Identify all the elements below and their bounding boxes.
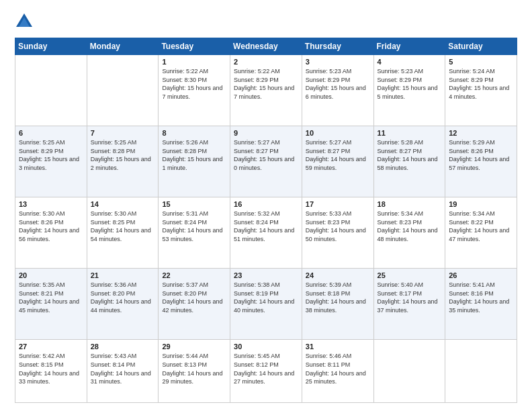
day-number: 27 (19, 342, 83, 351)
calendar-cell: 13Sunrise: 5:30 AM Sunset: 8:26 PM Dayli… (15, 197, 87, 269)
weekday-header-thursday: Thursday (302, 38, 373, 55)
calendar-cell: 16Sunrise: 5:32 AM Sunset: 8:24 PM Dayli… (230, 197, 302, 269)
calendar-cell: 4Sunrise: 5:23 AM Sunset: 8:29 PM Daylig… (373, 55, 445, 126)
calendar-cell: 10Sunrise: 5:27 AM Sunset: 8:27 PM Dayli… (302, 126, 373, 197)
calendar-cell: 31Sunrise: 5:46 AM Sunset: 8:11 PM Dayli… (302, 340, 373, 403)
day-number: 7 (91, 129, 155, 137)
calendar-cell: 12Sunrise: 5:29 AM Sunset: 8:26 PM Dayli… (445, 126, 517, 197)
day-info: Sunrise: 5:34 AM Sunset: 8:23 PM Dayligh… (378, 210, 442, 243)
calendar-cell: 3Sunrise: 5:23 AM Sunset: 8:29 PM Daylig… (302, 55, 373, 126)
calendar-cell: 18Sunrise: 5:34 AM Sunset: 8:23 PM Dayli… (373, 197, 445, 269)
calendar-cell: 8Sunrise: 5:26 AM Sunset: 8:28 PM Daylig… (159, 126, 230, 197)
calendar-cell: 19Sunrise: 5:34 AM Sunset: 8:22 PM Dayli… (445, 197, 517, 269)
day-number: 29 (162, 342, 226, 351)
day-info: Sunrise: 5:33 AM Sunset: 8:23 PM Dayligh… (306, 210, 370, 243)
calendar-cell (87, 55, 159, 126)
day-number: 23 (234, 271, 298, 279)
day-number: 14 (91, 200, 155, 208)
calendar-cell: 17Sunrise: 5:33 AM Sunset: 8:23 PM Dayli… (302, 197, 373, 269)
day-number: 5 (449, 58, 513, 66)
day-info: Sunrise: 5:27 AM Sunset: 8:27 PM Dayligh… (234, 138, 298, 172)
calendar-cell: 7Sunrise: 5:25 AM Sunset: 8:28 PM Daylig… (87, 126, 159, 197)
weekday-header-tuesday: Tuesday (159, 38, 230, 55)
day-info: Sunrise: 5:25 AM Sunset: 8:28 PM Dayligh… (91, 138, 155, 172)
day-number: 20 (19, 271, 83, 279)
logo-icon (15, 12, 34, 31)
header (15, 12, 517, 31)
day-number: 16 (234, 200, 298, 208)
day-info: Sunrise: 5:37 AM Sunset: 8:20 PM Dayligh… (162, 281, 226, 314)
page: SundayMondayTuesdayWednesdayThursdayFrid… (0, 0, 532, 411)
calendar-cell: 29Sunrise: 5:44 AM Sunset: 8:13 PM Dayli… (159, 340, 230, 403)
day-number: 2 (234, 58, 298, 66)
day-number: 9 (234, 129, 298, 137)
day-info: Sunrise: 5:45 AM Sunset: 8:12 PM Dayligh… (234, 352, 298, 385)
day-number: 26 (449, 271, 513, 279)
day-number: 13 (19, 200, 83, 208)
calendar-week-row: 13Sunrise: 5:30 AM Sunset: 8:26 PM Dayli… (15, 197, 517, 269)
day-info: Sunrise: 5:42 AM Sunset: 8:15 PM Dayligh… (19, 352, 83, 385)
day-number: 31 (306, 342, 370, 351)
day-info: Sunrise: 5:26 AM Sunset: 8:28 PM Dayligh… (162, 138, 226, 172)
weekday-header-saturday: Saturday (445, 38, 517, 55)
calendar-cell: 6Sunrise: 5:25 AM Sunset: 8:29 PM Daylig… (15, 126, 87, 197)
day-info: Sunrise: 5:43 AM Sunset: 8:14 PM Dayligh… (91, 352, 155, 385)
calendar-week-row: 6Sunrise: 5:25 AM Sunset: 8:29 PM Daylig… (15, 126, 517, 197)
day-number: 6 (19, 129, 83, 137)
day-number: 15 (162, 200, 226, 208)
day-number: 19 (449, 200, 513, 208)
day-number: 24 (306, 271, 370, 279)
calendar-cell: 22Sunrise: 5:37 AM Sunset: 8:20 PM Dayli… (159, 269, 230, 340)
weekday-header-friday: Friday (373, 38, 445, 55)
day-number: 18 (378, 200, 442, 208)
calendar-cell: 28Sunrise: 5:43 AM Sunset: 8:14 PM Dayli… (87, 340, 159, 403)
day-number: 11 (378, 129, 442, 137)
calendar-cell: 2Sunrise: 5:22 AM Sunset: 8:29 PM Daylig… (230, 55, 302, 126)
weekday-header-monday: Monday (87, 38, 159, 55)
calendar-cell (15, 55, 87, 126)
day-info: Sunrise: 5:36 AM Sunset: 8:20 PM Dayligh… (91, 281, 155, 314)
day-number: 10 (306, 129, 370, 137)
day-info: Sunrise: 5:46 AM Sunset: 8:11 PM Dayligh… (306, 352, 370, 385)
day-info: Sunrise: 5:41 AM Sunset: 8:16 PM Dayligh… (449, 281, 513, 314)
weekday-header-row: SundayMondayTuesdayWednesdayThursdayFrid… (15, 38, 517, 55)
calendar-cell: 11Sunrise: 5:28 AM Sunset: 8:27 PM Dayli… (373, 126, 445, 197)
day-number: 12 (449, 129, 513, 137)
calendar-table: SundayMondayTuesdayWednesdayThursdayFrid… (15, 38, 517, 403)
calendar-cell: 15Sunrise: 5:31 AM Sunset: 8:24 PM Dayli… (159, 197, 230, 269)
weekday-header-wednesday: Wednesday (230, 38, 302, 55)
day-number: 17 (306, 200, 370, 208)
day-info: Sunrise: 5:24 AM Sunset: 8:29 PM Dayligh… (449, 67, 513, 101)
day-info: Sunrise: 5:32 AM Sunset: 8:24 PM Dayligh… (234, 210, 298, 243)
calendar-cell: 27Sunrise: 5:42 AM Sunset: 8:15 PM Dayli… (15, 340, 87, 403)
day-number: 8 (162, 129, 226, 137)
calendar-cell: 14Sunrise: 5:30 AM Sunset: 8:25 PM Dayli… (87, 197, 159, 269)
calendar-week-row: 1Sunrise: 5:22 AM Sunset: 8:30 PM Daylig… (15, 55, 517, 126)
calendar-cell: 21Sunrise: 5:36 AM Sunset: 8:20 PM Dayli… (87, 269, 159, 340)
day-info: Sunrise: 5:22 AM Sunset: 8:30 PM Dayligh… (162, 67, 226, 101)
calendar-week-row: 20Sunrise: 5:35 AM Sunset: 8:21 PM Dayli… (15, 269, 517, 340)
calendar-cell: 9Sunrise: 5:27 AM Sunset: 8:27 PM Daylig… (230, 126, 302, 197)
day-info: Sunrise: 5:44 AM Sunset: 8:13 PM Dayligh… (162, 352, 226, 385)
day-info: Sunrise: 5:23 AM Sunset: 8:29 PM Dayligh… (378, 67, 442, 101)
calendar-cell: 23Sunrise: 5:38 AM Sunset: 8:19 PM Dayli… (230, 269, 302, 340)
calendar-week-row: 27Sunrise: 5:42 AM Sunset: 8:15 PM Dayli… (15, 340, 517, 403)
day-info: Sunrise: 5:28 AM Sunset: 8:27 PM Dayligh… (378, 138, 442, 172)
day-info: Sunrise: 5:23 AM Sunset: 8:29 PM Dayligh… (306, 67, 370, 101)
calendar-cell: 26Sunrise: 5:41 AM Sunset: 8:16 PM Dayli… (445, 269, 517, 340)
day-info: Sunrise: 5:35 AM Sunset: 8:21 PM Dayligh… (19, 281, 83, 314)
day-info: Sunrise: 5:34 AM Sunset: 8:22 PM Dayligh… (449, 210, 513, 243)
day-number: 22 (162, 271, 226, 279)
calendar-cell: 25Sunrise: 5:40 AM Sunset: 8:17 PM Dayli… (373, 269, 445, 340)
calendar-cell: 1Sunrise: 5:22 AM Sunset: 8:30 PM Daylig… (159, 55, 230, 126)
calendar-cell: 24Sunrise: 5:39 AM Sunset: 8:18 PM Dayli… (302, 269, 373, 340)
day-number: 21 (91, 271, 155, 279)
day-info: Sunrise: 5:39 AM Sunset: 8:18 PM Dayligh… (306, 281, 370, 314)
day-info: Sunrise: 5:38 AM Sunset: 8:19 PM Dayligh… (234, 281, 298, 314)
day-info: Sunrise: 5:22 AM Sunset: 8:29 PM Dayligh… (234, 67, 298, 101)
day-number: 1 (162, 58, 226, 66)
weekday-header-sunday: Sunday (15, 38, 87, 55)
calendar-cell: 20Sunrise: 5:35 AM Sunset: 8:21 PM Dayli… (15, 269, 87, 340)
day-number: 30 (234, 342, 298, 351)
day-info: Sunrise: 5:31 AM Sunset: 8:24 PM Dayligh… (162, 210, 226, 243)
